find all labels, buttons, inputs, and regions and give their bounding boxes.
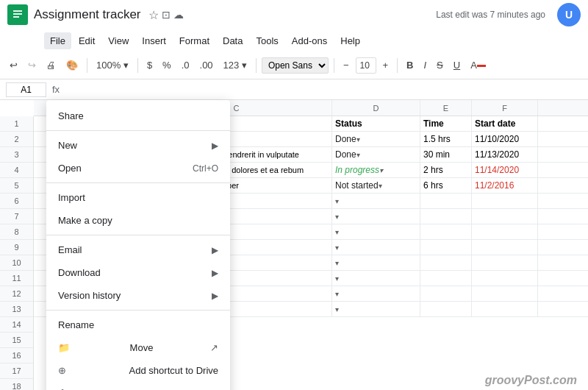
cell-e11[interactable] bbox=[420, 271, 472, 286]
cell-f4[interactable]: 11/14/2020 bbox=[472, 163, 538, 177]
cell-e8[interactable] bbox=[420, 224, 472, 239]
percent-button[interactable]: % bbox=[159, 57, 175, 73]
cell-f11[interactable] bbox=[472, 271, 538, 286]
undo-button[interactable]: ↩ bbox=[6, 57, 21, 73]
drive-icon[interactable]: ⊡ bbox=[162, 9, 171, 21]
cell-d11[interactable]: ▾ bbox=[332, 271, 420, 286]
menu-view[interactable]: View bbox=[102, 32, 135, 49]
cell-e7[interactable] bbox=[420, 209, 472, 224]
cell-d5[interactable]: Not started ▾ bbox=[332, 178, 420, 193]
cell-d1[interactable]: Status bbox=[332, 116, 420, 131]
cell-e5[interactable]: 6 hrs bbox=[420, 178, 472, 193]
cell-f1[interactable]: Start date bbox=[472, 116, 538, 131]
row-num-5[interactable]: 5 bbox=[0, 178, 33, 194]
cell-d10[interactable]: ▾ bbox=[332, 255, 420, 270]
cell-f7[interactable] bbox=[472, 209, 538, 224]
cell-d6[interactable]: ▾ bbox=[332, 194, 420, 208]
star-icon[interactable]: ☆ bbox=[148, 8, 159, 22]
row-num-1[interactable]: 1 bbox=[0, 116, 33, 132]
cell-d4[interactable]: In progress ▾ bbox=[332, 163, 420, 177]
row-num-7[interactable]: 7 bbox=[0, 209, 33, 224]
cell-f13[interactable] bbox=[472, 302, 538, 316]
cell-f5[interactable]: 11/2/2016 bbox=[472, 178, 538, 193]
bold-button[interactable]: B bbox=[403, 57, 417, 73]
cell-f12[interactable] bbox=[472, 286, 538, 301]
menu-format[interactable]: Format bbox=[173, 32, 215, 49]
menu-tools[interactable]: Tools bbox=[250, 32, 284, 49]
cell-e3[interactable]: 30 min bbox=[420, 147, 472, 162]
cell-e9[interactable] bbox=[420, 240, 472, 255]
menu-item-email[interactable]: Email ▶ bbox=[46, 238, 230, 261]
row-num-13[interactable]: 13 bbox=[0, 302, 33, 317]
cell-e1[interactable]: Time bbox=[420, 116, 472, 131]
row-num-8[interactable]: 8 bbox=[0, 224, 33, 240]
font-size-input[interactable]: 10 bbox=[356, 57, 376, 74]
menu-item-rename[interactable]: Rename bbox=[46, 313, 230, 336]
cell-e13[interactable] bbox=[420, 302, 472, 316]
menu-item-share[interactable]: Share bbox=[46, 104, 230, 127]
row-num-3[interactable]: 3 bbox=[0, 147, 33, 163]
strikethrough-button[interactable]: S bbox=[433, 57, 447, 73]
menu-item-add-shortcut[interactable]: ⊕ Add shortcut to Drive bbox=[46, 359, 230, 382]
cell-e4[interactable]: 2 hrs bbox=[420, 163, 472, 177]
cell-e6[interactable] bbox=[420, 194, 472, 208]
font-size-decrease-button[interactable]: − bbox=[340, 57, 353, 73]
formula-input[interactable] bbox=[65, 84, 582, 95]
row-num-4[interactable]: 4 bbox=[0, 163, 33, 178]
font-size-increase-button[interactable]: + bbox=[379, 57, 392, 73]
cell-e12[interactable] bbox=[420, 286, 472, 301]
row-num-14[interactable]: 14 bbox=[0, 317, 33, 333]
format-number-button[interactable]: 123 ▾ bbox=[220, 57, 251, 73]
row-num-17[interactable]: 17 bbox=[0, 364, 33, 379]
user-avatar[interactable]: U bbox=[557, 3, 581, 26]
cell-d7[interactable]: ▾ bbox=[332, 209, 420, 224]
menu-help[interactable]: Help bbox=[334, 32, 366, 49]
zoom-button[interactable]: 100% ▾ bbox=[93, 57, 132, 73]
underline-button[interactable]: U bbox=[450, 57, 464, 73]
cell-f3[interactable]: 11/13/2020 bbox=[472, 147, 538, 162]
cell-f2[interactable]: 11/10/2020 bbox=[472, 132, 538, 146]
cell-f6[interactable] bbox=[472, 194, 538, 208]
menu-addons[interactable]: Add-ons bbox=[286, 32, 333, 49]
cell-f9[interactable] bbox=[472, 240, 538, 255]
menu-edit[interactable]: Edit bbox=[73, 32, 101, 49]
cell-reference[interactable] bbox=[6, 82, 46, 97]
menu-file[interactable]: File bbox=[44, 32, 71, 49]
menu-insert[interactable]: Insert bbox=[136, 32, 172, 49]
italic-button[interactable]: I bbox=[420, 57, 430, 73]
cell-d13[interactable]: ▾ bbox=[332, 302, 420, 316]
menu-item-new[interactable]: New ▶ bbox=[46, 134, 230, 157]
menu-item-version-history[interactable]: Version history ▶ bbox=[46, 284, 230, 307]
cell-d8[interactable]: ▾ bbox=[332, 224, 420, 239]
cell-d2[interactable]: Done ▾ bbox=[332, 132, 420, 146]
menu-item-import[interactable]: Import bbox=[46, 186, 230, 209]
menu-item-download[interactable]: Download ▶ bbox=[46, 261, 230, 284]
row-num-9[interactable]: 9 bbox=[0, 240, 33, 255]
print-button[interactable]: 🖨 bbox=[43, 57, 60, 73]
row-num-15[interactable]: 15 bbox=[0, 333, 33, 348]
menu-item-move[interactable]: 📁 Move ↗ bbox=[46, 336, 230, 359]
cell-e2[interactable]: 1.5 hrs bbox=[420, 132, 472, 146]
row-num-10[interactable]: 10 bbox=[0, 255, 33, 271]
row-num-11[interactable]: 11 bbox=[0, 271, 33, 286]
cell-f10[interactable] bbox=[472, 255, 538, 270]
col-header-d[interactable]: D bbox=[332, 100, 420, 116]
row-num-12[interactable]: 12 bbox=[0, 286, 33, 302]
decimal-decrease-button[interactable]: .0 bbox=[178, 57, 193, 73]
cell-d12[interactable]: ▾ bbox=[332, 286, 420, 301]
row-num-18[interactable]: 18 bbox=[0, 379, 33, 390]
col-header-f[interactable]: F bbox=[472, 100, 538, 116]
decimal-increase-button[interactable]: .00 bbox=[196, 57, 217, 73]
row-num-16[interactable]: 16 bbox=[0, 348, 33, 364]
col-header-e[interactable]: E bbox=[420, 100, 472, 116]
row-num-6[interactable]: 6 bbox=[0, 194, 33, 209]
cell-d9[interactable]: ▾ bbox=[332, 240, 420, 255]
cell-f8[interactable] bbox=[472, 224, 538, 239]
text-color-button[interactable]: A bbox=[467, 57, 490, 73]
font-selector[interactable]: Open Sans bbox=[262, 57, 329, 74]
menu-data[interactable]: Data bbox=[217, 32, 248, 49]
currency-button[interactable]: $ bbox=[143, 57, 156, 73]
cell-d3[interactable]: Done ▾ bbox=[332, 147, 420, 162]
paint-format-button[interactable]: 🎨 bbox=[62, 57, 82, 73]
menu-item-make-copy[interactable]: Make a copy bbox=[46, 209, 230, 232]
